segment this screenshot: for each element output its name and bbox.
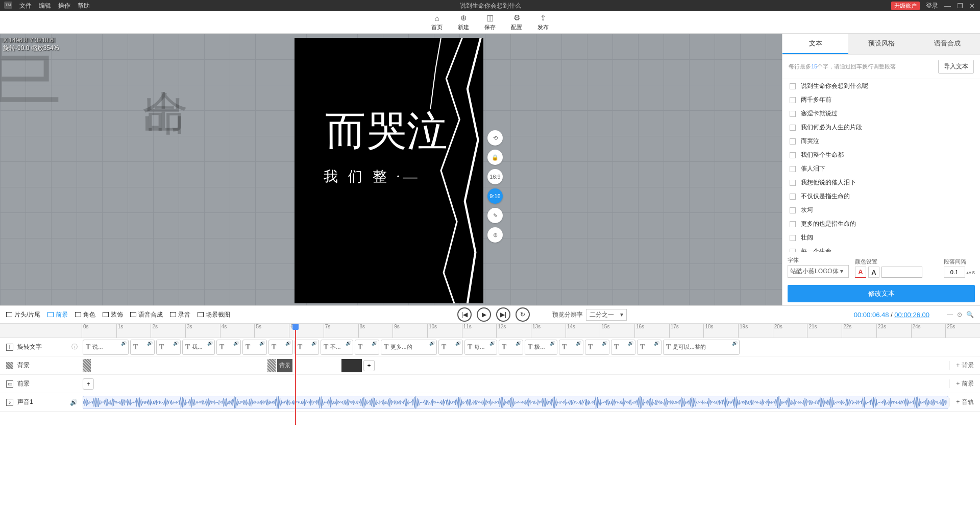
toolbar-1[interactable]: ⊕新建	[458, 13, 469, 31]
text-line[interactable]: 催人泪下	[788, 162, 975, 176]
loop-button[interactable]: ↻	[516, 307, 530, 322]
audio-waveform[interactable]	[83, 396, 948, 409]
upgrade-button[interactable]: 升级账户	[891, 2, 920, 10]
toolbar-0[interactable]: ⌂首页	[431, 13, 443, 31]
minimize-icon[interactable]: —	[944, 2, 951, 10]
font-select[interactable]: 站酷小薇LOGO体 ▾	[788, 265, 849, 278]
add-bg-clip-button[interactable]: +	[363, 360, 375, 371]
tab-text[interactable]: 文本	[782, 34, 848, 54]
maximize-icon[interactable]: ❐	[957, 2, 963, 10]
aspect-btn-0[interactable]: ⟲	[487, 130, 503, 146]
text-line[interactable]: 每一个生命	[788, 245, 975, 252]
text-clips[interactable]: T说...🔊T🔊T🔊T我...🔊T🔊T🔊T🔊T🔊T不...🔊T🔊T更多...的🔊…	[82, 338, 949, 356]
add-fg-track-button[interactable]: + 前景	[949, 379, 980, 388]
text-clip[interactable]: T🔊	[242, 340, 267, 355]
import-text-button[interactable]: 导入文本	[938, 60, 974, 74]
playhead[interactable]	[295, 324, 296, 425]
preview-res-select[interactable]: 二分之一 ▾	[586, 309, 627, 321]
zoom-in-button[interactable]: 🔍	[966, 311, 974, 318]
bg-track-content[interactable]: 背景 +	[82, 356, 949, 374]
text-clip[interactable]: T说...🔊	[83, 340, 129, 355]
text-clip[interactable]: T🔊	[216, 340, 241, 355]
close-icon[interactable]: ✕	[969, 2, 975, 10]
toolbar-4[interactable]: ⇪发布	[537, 13, 549, 31]
menu-file[interactable]: 文件	[19, 2, 32, 10]
text-clip[interactable]: T🔊	[295, 340, 319, 355]
aspect-btn-3[interactable]: 9:16	[487, 188, 503, 204]
aspect-btn-5[interactable]: ⊚	[487, 227, 503, 243]
text-color-button[interactable]: A	[855, 267, 866, 278]
text-line-checkbox[interactable]	[790, 152, 796, 158]
text-clip[interactable]: T🔊	[499, 340, 523, 355]
add-fg-clip-button[interactable]: +	[83, 378, 94, 390]
text-line-checkbox[interactable]	[790, 235, 796, 241]
text-line[interactable]: 我想他说的催人泪下	[788, 176, 975, 189]
text-clip[interactable]: T我...🔊	[182, 340, 215, 355]
text-line-checkbox[interactable]	[790, 249, 796, 253]
text-line-checkbox[interactable]	[790, 83, 796, 89]
aspect-btn-1[interactable]: 🔒	[487, 150, 503, 165]
track-toggle-3[interactable]: 装饰	[103, 310, 123, 319]
text-line-checkbox[interactable]	[790, 180, 796, 186]
canvas[interactable]: X 1496.8 Y 3218.6 旋转-90.0 缩放354% 巨 命出 而哭…	[0, 34, 782, 305]
text-clip[interactable]: T🔊	[156, 340, 181, 355]
text-line-checkbox[interactable]	[790, 221, 796, 227]
text-clip[interactable]: T不...🔊	[321, 340, 353, 355]
aspect-btn-2[interactable]: 16:9	[487, 169, 503, 184]
text-clip[interactable]: T每...🔊	[464, 340, 497, 355]
menu-edit[interactable]: 编辑	[39, 2, 51, 10]
text-line-checkbox[interactable]	[790, 111, 796, 117]
audio-track-content[interactable]	[82, 393, 949, 411]
audio-volume-icon[interactable]: 🔊	[70, 399, 78, 406]
text-line[interactable]: 说到生命你会想到什么呢	[788, 79, 975, 93]
prev-frame-button[interactable]: |◀	[457, 307, 472, 322]
text-line-checkbox[interactable]	[790, 207, 796, 213]
info-icon[interactable]: ⓘ	[71, 343, 78, 351]
text-clip[interactable]: T极...🔊	[525, 340, 557, 355]
aspect-btn-4[interactable]: ✎	[487, 208, 503, 223]
track-toggle-1[interactable]: 前景	[47, 310, 68, 319]
menu-action[interactable]: 操作	[58, 2, 70, 10]
text-line[interactable]: 更多的也是指生命的	[788, 217, 975, 231]
text-clip[interactable]: T🔊	[438, 340, 463, 355]
time-ruler[interactable]: 0s1s2s3s4s5s6s7s8s9s10s11s12s13s14s15s16…	[0, 324, 980, 338]
menu-help[interactable]: 帮助	[78, 2, 90, 10]
track-toggle-2[interactable]: 角色	[75, 310, 95, 319]
text-line-checkbox[interactable]	[790, 125, 796, 131]
play-button[interactable]: ▶	[477, 307, 491, 322]
tab-preset[interactable]: 预设风格	[848, 34, 914, 54]
toolbar-2[interactable]: ◫保存	[484, 13, 496, 31]
spacing-input[interactable]	[944, 267, 965, 278]
text-clip[interactable]: T🔊	[355, 340, 379, 355]
bg-clip-dark[interactable]	[341, 359, 362, 372]
text-clip[interactable]: T🔊	[559, 340, 583, 355]
track-toggle-6[interactable]: 场景截图	[198, 310, 230, 319]
text-clip[interactable]: T🔊	[130, 340, 155, 355]
text-clip[interactable]: T是可以...整的🔊	[663, 340, 740, 355]
zoom-out-button[interactable]: —	[947, 311, 953, 318]
text-clip[interactable]: T🔊	[611, 340, 635, 355]
bg-clip-hatch[interactable]	[83, 359, 91, 372]
add-audio-track-button[interactable]: + 音轨	[949, 398, 980, 406]
preview-frame[interactable]: 而哭泣 我 们 整 ·—	[295, 38, 483, 303]
text-line[interactable]: 塞涅卡就说过	[788, 107, 975, 121]
text-line[interactable]: 而哭泣	[788, 134, 975, 148]
next-frame-button[interactable]: ▶|	[496, 307, 510, 322]
text-clip[interactable]: T更多...的🔊	[381, 340, 437, 355]
tab-tts[interactable]: 语音合成	[914, 34, 980, 54]
modify-text-button[interactable]: 修改文本	[788, 285, 975, 302]
text-line-checkbox[interactable]	[790, 166, 796, 172]
fg-track-content[interactable]: +	[82, 375, 949, 393]
login-button[interactable]: 登录	[926, 2, 938, 10]
text-line[interactable]: 两千多年前	[788, 93, 975, 107]
toolbar-3[interactable]: ⚙配置	[511, 13, 522, 31]
text-line-checkbox[interactable]	[790, 97, 796, 103]
track-toggle-0[interactable]: 片头/片尾	[6, 310, 40, 319]
text-line[interactable]: 我们整个生命都	[788, 148, 975, 162]
text-line[interactable]: 不仅仅是指生命的	[788, 189, 975, 203]
text-line[interactable]: 坎坷	[788, 203, 975, 217]
text-line[interactable]: 壮阔	[788, 231, 975, 245]
text-line-checkbox[interactable]	[790, 194, 796, 200]
text-clip[interactable]: T🔊	[268, 340, 293, 355]
zoom-reset-button[interactable]: ⊙	[957, 311, 962, 318]
